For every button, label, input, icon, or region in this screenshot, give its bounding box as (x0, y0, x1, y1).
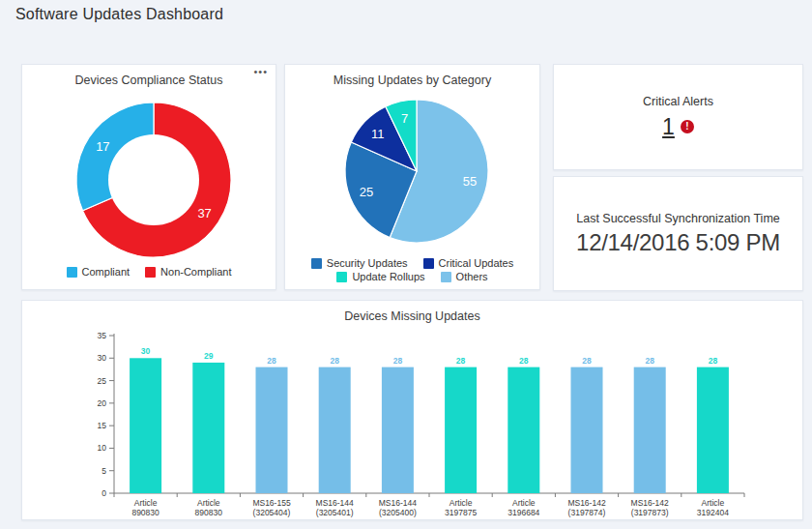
bar-value-label: 28 (393, 356, 403, 366)
x-axis-category-label: (3205400) (379, 508, 417, 517)
legend-label: Critical Updates (439, 257, 514, 269)
legend-swatch-icon (67, 267, 77, 278)
bar-article-3196684[interactable] (508, 367, 539, 493)
slice-value-label: 55 (463, 174, 477, 189)
legend-row: Update RollupsOthers (336, 271, 487, 282)
legend-label: Others (456, 271, 488, 282)
bar-value-label: 29 (204, 351, 214, 361)
missing-updates-category-card: 5525117 Missing Updates by Category Secu… (284, 64, 540, 290)
x-axis-category-label: 890830 (131, 508, 160, 517)
x-axis-category-label: MS16-144 (379, 498, 417, 508)
legend-swatch-icon (441, 272, 451, 282)
y-axis-tick-label: 10 (98, 443, 107, 453)
legend-swatch-icon (336, 272, 347, 282)
compliance-donut-chart[interactable]: 3717 (22, 65, 276, 289)
slice-value-label: 25 (360, 185, 373, 199)
bar-value-label: 28 (330, 356, 339, 366)
legend-label: Update Rollups (352, 271, 424, 282)
bar-ms16-142-3197873-[interactable] (634, 367, 666, 493)
critical-alerts-value-row: 1 ! (662, 115, 694, 139)
legend-row: CompliantNon-Compliant (67, 266, 232, 278)
bar-ms16-142-3197874-[interactable] (571, 367, 603, 493)
y-axis-tick-label: 5 (102, 466, 106, 476)
bar-article-890830[interactable] (192, 363, 224, 493)
legend-label: Compliant (82, 266, 130, 278)
x-axis-category-label: MS16-142 (567, 498, 605, 508)
bar-ms16-155-3205404-[interactable] (256, 367, 288, 493)
x-axis-category-label: 3192404 (697, 508, 729, 517)
bar-value-label: 28 (582, 356, 592, 366)
legend-label: Security Updates (327, 257, 408, 269)
x-axis-category-label: MS16-155 (252, 498, 290, 508)
x-axis-category-label: (3197874) (568, 508, 606, 517)
slice-value-label: 11 (371, 127, 385, 141)
bar-ms16-144-3205401-[interactable] (319, 367, 351, 493)
y-axis-tick-label: 20 (98, 398, 107, 408)
y-axis-tick-label: 25 (98, 376, 107, 386)
critical-alerts-card: Critical Alerts 1 ! (553, 64, 803, 170)
x-axis-category-label: (3205401) (316, 508, 354, 517)
bar-article-890830[interactable] (130, 358, 161, 493)
devices-missing-bar-chart[interactable]: 0510152025303530Article89083029Article89… (22, 301, 802, 519)
page-title: Software Updates Dashboard (15, 6, 223, 23)
y-axis-tick-label: 30 (98, 353, 107, 363)
x-axis-category-label: (3197873) (631, 508, 669, 517)
y-axis-tick-label: 15 (98, 421, 107, 430)
x-axis-category-label: Article (197, 498, 220, 508)
bar-article-3192404[interactable] (697, 367, 729, 493)
slice-value-label: 17 (96, 139, 109, 154)
compliance-legend: CompliantNon-Compliant (22, 266, 276, 278)
compliance-status-card: 3717 Devices Compliance Status ••• Compl… (21, 64, 276, 290)
bar-value-label: 28 (267, 356, 276, 366)
x-axis-category-label: MS16-144 (316, 498, 354, 508)
x-axis-category-label: Article (512, 498, 536, 508)
critical-alerts-label: Critical Alerts (643, 95, 713, 108)
y-axis-tick-label: 35 (98, 331, 107, 340)
bar-article-3197875[interactable] (445, 367, 477, 493)
x-axis-category-label: 890830 (195, 508, 223, 517)
legend-item-critical-updates: Critical Updates (423, 257, 514, 269)
legend-swatch-icon (311, 258, 322, 269)
x-axis-category-label: 3196684 (508, 508, 539, 517)
sync-time-card: Last Successful Synchronization Time 12/… (553, 176, 803, 291)
legend-row: Security UpdatesCritical Updates (311, 257, 513, 269)
devices-missing-updates-card: 0510152025303530Article89083029Article89… (21, 300, 803, 520)
bar-value-label: 30 (141, 346, 151, 356)
x-axis-category-label: MS16-142 (631, 498, 669, 508)
card-menu-ellipsis-icon[interactable]: ••• (253, 67, 268, 77)
category-pie-chart[interactable]: 5525117 (285, 65, 539, 289)
bar-card-title: Devices Missing Updates (22, 309, 802, 323)
bar-value-label: 28 (645, 356, 654, 366)
legend-item-update-rollups: Update Rollups (336, 271, 424, 282)
legend-label: Non-Compliant (160, 266, 231, 278)
x-axis-category-label: Article (450, 498, 473, 508)
donut-hole (108, 134, 199, 225)
sync-time-label: Last Successful Synchronization Time (576, 212, 780, 225)
x-axis-category-label: 3197875 (445, 508, 477, 517)
legend-swatch-icon (145, 267, 156, 278)
legend-item-others: Others (441, 271, 488, 282)
slice-value-label: 37 (197, 206, 211, 220)
compliance-card-title: Devices Compliance Status (22, 73, 276, 87)
x-axis-category-label: Article (702, 498, 725, 508)
legend-item-compliant: Compliant (67, 266, 130, 278)
bar-value-label: 28 (456, 356, 466, 366)
critical-alerts-count-link[interactable]: 1 (662, 115, 675, 139)
bar-value-label: 28 (519, 356, 529, 366)
bar-ms16-144-3205400-[interactable] (382, 367, 414, 493)
legend-item-non-compliant: Non-Compliant (145, 266, 231, 278)
category-legend: Security UpdatesCritical UpdatesUpdate R… (285, 257, 539, 282)
x-axis-category-label: Article (134, 498, 158, 508)
x-axis-category-label: (3205404) (253, 508, 291, 517)
y-axis-tick-label: 0 (102, 488, 106, 498)
legend-item-security-updates: Security Updates (311, 257, 408, 269)
category-card-title: Missing Updates by Category (285, 73, 539, 87)
legend-swatch-icon (423, 258, 434, 269)
sync-time-value: 12/14/2016 5:09 PM (576, 229, 780, 256)
slice-value-label: 7 (401, 111, 408, 126)
bar-value-label: 28 (709, 356, 718, 366)
critical-alert-exclamation-icon: ! (681, 120, 694, 133)
